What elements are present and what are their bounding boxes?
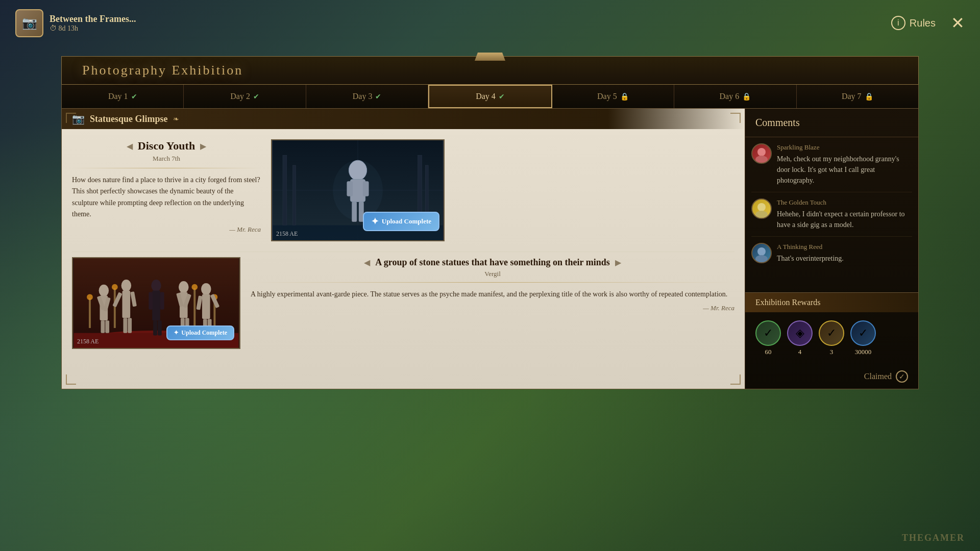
svg-rect-3 [283, 155, 287, 225]
comment-text-1: Meh, check out my neighborhood granny's … [777, 154, 912, 186]
comment-item-3: A Thinking Reed That's overinterpreting. [751, 243, 912, 270]
entry-card-2: 2158 AE ✦ Upload Complete ◀ A group of s… [72, 257, 734, 349]
rewards-content: ✓ 60 ◈ 4 ✓ 3 ✓ 30000 [745, 312, 918, 364]
content-area: 📷 Statuesque Glimpse ❧ ◀ Disco Youth ▶ [61, 109, 919, 389]
svg-point-61 [757, 247, 766, 256]
entry-2-author: Vergil [251, 270, 734, 278]
svg-point-60 [755, 211, 768, 218]
upload-complete-1: Upload Complete [382, 217, 431, 226]
commenter-name-2: The Golden Touch [777, 198, 912, 207]
comment-item-2: The Golden Touch Hehehe, I didn't expect… [751, 198, 912, 237]
rules-label: Rules [910, 17, 936, 29]
comment-content-1: Sparkling Blaze Meh, check out my neighb… [777, 143, 912, 186]
divider-2 [251, 282, 734, 283]
avatar-svg-2 [752, 199, 771, 218]
event-icon: 📷 [15, 9, 43, 37]
entry-card-1: ◀ Disco Youth ▶ March 7th How does natur… [72, 139, 734, 252]
panel-title: Photography Exhibition [82, 63, 243, 78]
reward-icon-3: ✓ [819, 320, 844, 346]
reward-icon-4: ✓ [850, 320, 876, 346]
divider-1 [72, 168, 261, 168]
corner-br [730, 374, 741, 385]
tab-day4[interactable]: Day 4 ✔ [428, 85, 552, 108]
section-header: 📷 Statuesque Glimpse ❧ [62, 109, 745, 129]
reward-item-2: ◈ 4 [787, 320, 813, 356]
day4-check-icon: ✔ [499, 92, 505, 101]
svg-rect-4 [293, 165, 296, 226]
tab-day2-label: Day 2 [230, 92, 250, 101]
watermark: THEGAMER [902, 533, 965, 543]
avatar-golden-touch [751, 198, 772, 219]
tab-day3-label: Day 3 [353, 92, 373, 101]
event-name: Between the Frames... [50, 14, 136, 24]
entry-2-credit: — Mr. Reca [251, 304, 734, 312]
claimed-section: Claimed ✓ [745, 364, 918, 389]
info-icon: i [891, 16, 905, 30]
svg-point-57 [757, 148, 766, 156]
section-decoration: ❧ [173, 115, 179, 123]
day5-lock-icon: 🔒 [620, 92, 629, 101]
tab-day6-label: Day 6 [719, 92, 739, 101]
close-button[interactable]: ✕ [951, 15, 965, 31]
comment-content-3: A Thinking Reed That's overinterpreting. [777, 243, 912, 264]
upload-complete-2: Upload Complete [181, 329, 227, 337]
reward-count-1: 60 [765, 348, 772, 356]
entry-1-author: March 7th [72, 155, 261, 163]
entry-2-description: A highly experimental avant-garde piece.… [251, 289, 734, 300]
reward-icon-1: ✓ [755, 320, 781, 346]
entry-2-text: ◀ A group of stone statues that have som… [251, 257, 734, 349]
comment-text-3: That's overinterpreting. [777, 253, 912, 264]
tab-day7[interactable]: Day 7 🔒 [797, 85, 918, 108]
svg-point-59 [757, 203, 766, 211]
event-timer: ⏱ 8d 13h [50, 24, 136, 33]
day2-check-icon: ✔ [253, 92, 259, 101]
next-arrow-2[interactable]: ▶ [615, 258, 621, 267]
svg-point-58 [755, 156, 768, 163]
corner-tl [66, 113, 76, 123]
commenter-name-1: Sparkling Blaze [777, 143, 912, 152]
day6-lock-icon: 🔒 [742, 92, 751, 101]
entry-1-credit: — Mr. Reca [72, 226, 261, 234]
avatar-svg-1 [752, 144, 771, 163]
top-right-controls: i Rules ✕ [891, 15, 965, 31]
prev-arrow-2[interactable]: ◀ [364, 258, 370, 267]
tab-day5-label: Day 5 [597, 92, 617, 101]
day3-check-icon: ✔ [375, 92, 381, 101]
tab-day2[interactable]: Day 2 ✔ [184, 85, 306, 108]
exhibition-panel: 📷 Statuesque Glimpse ❧ ◀ Disco Youth ▶ [62, 109, 745, 389]
tab-day1[interactable]: Day 1 ✔ [62, 85, 184, 108]
tab-day5[interactable]: Day 5 🔒 [552, 85, 674, 108]
rewards-header: Exhibition Rewards [745, 293, 918, 312]
reward-item-4: ✓ 30000 [850, 320, 876, 356]
reward-icon-2: ◈ [787, 320, 813, 346]
avatar-thinking-reed [751, 243, 772, 263]
comments-list: Sparkling Blaze Meh, check out my neighb… [745, 137, 918, 292]
next-arrow-1[interactable]: ▶ [200, 141, 206, 151]
section-title: Statuesque Glimpse [90, 114, 168, 124]
reward-item-3: ✓ 3 [819, 320, 844, 356]
tab-day3[interactable]: Day 3 ✔ [306, 85, 428, 108]
entry-1-title-row: ◀ Disco Youth ▶ [72, 139, 261, 153]
entry-2-title-row: ◀ A group of stone statues that have som… [251, 257, 734, 268]
reward-count-2: 4 [798, 348, 802, 356]
corner-bl [66, 374, 76, 385]
comment-item-1: Sparkling Blaze Meh, check out my neighb… [751, 143, 912, 192]
photo-year-2: 2158 AE [77, 338, 99, 345]
reward-item-1: ✓ 60 [755, 320, 781, 356]
entry-1-photo: 2158 AE ✦ Upload Complete [271, 139, 445, 241]
prev-arrow-1[interactable]: ◀ [127, 141, 133, 151]
day-tabs: Day 1 ✔ Day 2 ✔ Day 3 ✔ Day 4 ✔ Day 5 🔒 … [61, 84, 919, 109]
commenter-name-3: A Thinking Reed [777, 243, 912, 251]
tab-day6[interactable]: Day 6 🔒 [674, 85, 796, 108]
upload-icon-2: ✦ [174, 329, 179, 337]
entry-2-photo-container: 2158 AE ✦ Upload Complete [72, 257, 240, 349]
rules-button[interactable]: i Rules [891, 16, 936, 30]
avatar-sparkling-blaze [751, 143, 772, 164]
photo-frame-2: 2158 AE ✦ Upload Complete [72, 257, 240, 349]
tab-day7-label: Day 7 [842, 92, 862, 101]
day7-lock-icon: 🔒 [865, 92, 873, 101]
tab-day4-label: Day 4 [476, 92, 496, 101]
entry-2-title: A group of stone statues that have somet… [375, 257, 609, 268]
reward-count-4: 30000 [855, 348, 872, 356]
main-panel: Photography Exhibition Day 1 ✔ Day 2 ✔ D… [61, 56, 919, 531]
